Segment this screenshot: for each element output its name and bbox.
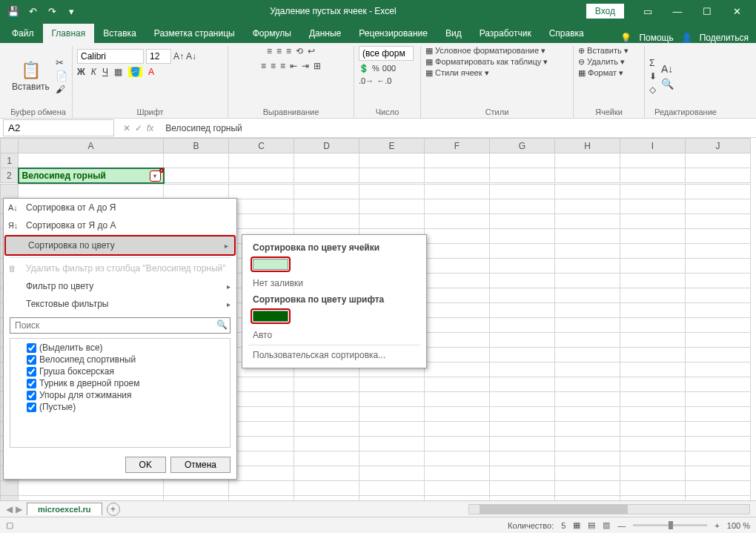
sheet-tab[interactable]: microexcel.ru (27, 503, 102, 515)
add-sheet-button[interactable]: + (107, 503, 120, 516)
col-header-f[interactable]: F (425, 139, 490, 153)
clear-icon[interactable]: ◇ (649, 85, 657, 95)
filter-check-item[interactable]: Велосипед спортивный (13, 354, 227, 365)
zoom-level[interactable]: 100 % (727, 521, 750, 530)
tab-formulas[interactable]: Формулы (244, 24, 300, 43)
decrease-font-icon[interactable]: A↓ (186, 51, 196, 62)
wrap-text-icon[interactable]: ↩ (308, 46, 315, 56)
underline-button[interactable]: Ч (102, 67, 108, 77)
filter-check-item[interactable]: Турник в дверной проем (13, 377, 227, 389)
enter-formula-icon[interactable]: ✓ (135, 123, 142, 133)
ribbon-options-icon[interactable]: ▭ (633, 1, 663, 21)
close-icon[interactable]: ✕ (722, 1, 752, 21)
fx-icon[interactable]: fx (147, 123, 153, 133)
col-header-i[interactable]: I (620, 139, 686, 153)
align-bot-icon[interactable]: ≡ (286, 46, 291, 56)
bold-button[interactable]: Ж (77, 67, 85, 77)
col-header-d[interactable]: D (294, 139, 359, 153)
tab-view[interactable]: Вид (437, 24, 471, 43)
select-all-corner[interactable] (1, 139, 19, 153)
tab-insert[interactable]: Вставка (94, 24, 145, 43)
sort-by-color-item[interactable]: Сортировка по цвету▸ (4, 235, 236, 256)
col-header-b[interactable]: B (164, 139, 229, 153)
qat-dropdown-icon[interactable]: ▾ (62, 2, 80, 20)
view-layout-icon[interactable]: ▤ (588, 520, 595, 530)
tab-help[interactable]: Справка (540, 24, 593, 43)
tell-me[interactable]: Помощь (639, 33, 673, 43)
undo-icon[interactable]: ↶ (24, 2, 42, 20)
minimize-icon[interactable]: — (663, 1, 692, 21)
insert-cells-button[interactable]: ⊕ Вставить ▾ (578, 46, 629, 56)
number-format-select[interactable] (359, 46, 414, 61)
formula-input[interactable]: Велосипед горный (159, 121, 756, 136)
tab-review[interactable]: Рецензирование (350, 24, 437, 43)
indent-inc-icon[interactable]: ⇥ (302, 61, 309, 71)
indent-dec-icon[interactable]: ⇤ (290, 61, 297, 71)
share-button[interactable]: Поделиться (700, 33, 749, 43)
increase-font-icon[interactable]: A↑ (173, 51, 184, 62)
auto-item[interactable]: Авто (242, 327, 426, 343)
delete-cells-button[interactable]: ⊖ Удалить ▾ (578, 57, 625, 67)
align-top-icon[interactable]: ≡ (267, 46, 272, 56)
tab-data[interactable]: Данные (300, 24, 350, 43)
sort-asc-item[interactable]: A↓Сортировка от А до Я (4, 199, 236, 216)
copy-icon[interactable]: 📄 (56, 70, 67, 82)
cell-styles-button[interactable]: ▦ Стили ячеек ▾ (425, 68, 489, 78)
cell-a2[interactable]: Велосипед горный (19, 168, 164, 183)
custom-sort-item[interactable]: Пользовательская сортировка... (242, 347, 426, 363)
align-center-icon[interactable]: ≡ (271, 61, 276, 71)
text-filters-item[interactable]: Текстовые фильтры▸ (4, 295, 236, 313)
view-break-icon[interactable]: ▥ (603, 520, 610, 530)
sort-filter-icon[interactable]: A↓ (661, 63, 674, 75)
next-sheet-icon[interactable]: ▶ (16, 504, 22, 514)
row-header-2[interactable]: 2 (1, 168, 19, 183)
conditional-formatting-button[interactable]: ▦ Условное форматирование ▾ (425, 46, 546, 56)
find-select-icon[interactable]: 🔍 (661, 78, 674, 90)
zoom-slider[interactable] (633, 524, 707, 526)
tab-home[interactable]: Главная (43, 24, 95, 43)
filter-check-all[interactable]: (Выделить все) (13, 342, 227, 354)
cell-color-swatch[interactable] (253, 259, 288, 270)
align-left-icon[interactable]: ≡ (261, 61, 266, 71)
align-mid-icon[interactable]: ≡ (276, 46, 282, 56)
merge-icon[interactable]: ⊞ (314, 61, 321, 71)
maximize-icon[interactable]: ☐ (692, 1, 722, 21)
save-icon[interactable]: 💾 (4, 2, 22, 20)
font-color-icon[interactable]: A (148, 67, 154, 77)
tab-file[interactable]: Файл (3, 24, 43, 43)
italic-button[interactable]: К (91, 67, 96, 77)
cancel-button[interactable]: Отмена (170, 457, 231, 473)
horizontal-scrollbar[interactable] (468, 504, 750, 514)
percent-icon[interactable]: % (372, 64, 379, 73)
col-header-h[interactable]: H (555, 139, 620, 153)
currency-icon[interactable]: 💲 (359, 64, 369, 73)
format-cells-button[interactable]: ▦ Формат ▾ (578, 68, 623, 78)
font-name-select[interactable] (77, 49, 144, 64)
col-header-j[interactable]: J (686, 139, 751, 153)
view-normal-icon[interactable]: ▦ (573, 520, 580, 530)
paste-button[interactable]: 📋 Вставить (9, 58, 53, 95)
row-header-1[interactable]: 1 (1, 153, 19, 168)
prev-sheet-icon[interactable]: ◀ (6, 504, 13, 514)
font-color-swatch[interactable] (253, 311, 288, 322)
record-macro-icon[interactable]: ▢ (6, 520, 13, 530)
fill-icon[interactable]: ⬇ (649, 71, 657, 82)
filter-by-color-item[interactable]: Фильтр по цвету▸ (4, 277, 236, 295)
autosum-icon[interactable]: Σ (649, 58, 657, 68)
signin-button[interactable]: Вход (586, 4, 624, 19)
filter-check-item[interactable]: Груша боксерская (13, 365, 227, 377)
col-header-c[interactable]: C (229, 139, 294, 153)
name-box[interactable] (3, 119, 114, 136)
tab-developer[interactable]: Разработчик (471, 24, 540, 43)
orientation-icon[interactable]: ⟲ (296, 46, 303, 56)
redo-icon[interactable]: ↷ (43, 2, 61, 20)
format-painter-icon[interactable]: 🖌 (56, 84, 67, 95)
no-fill-item[interactable]: Нет заливки (242, 275, 426, 291)
zoom-out-icon[interactable]: — (617, 521, 626, 530)
filter-check-item[interactable]: (Пустые) (13, 401, 227, 413)
sort-desc-item[interactable]: Я↓Сортировка от Я до А (4, 216, 236, 234)
zoom-in-icon[interactable]: + (714, 521, 719, 530)
font-size-select[interactable] (146, 49, 171, 64)
inc-decimal-icon[interactable]: .0→ (359, 76, 374, 85)
col-header-a[interactable]: A (19, 139, 164, 153)
